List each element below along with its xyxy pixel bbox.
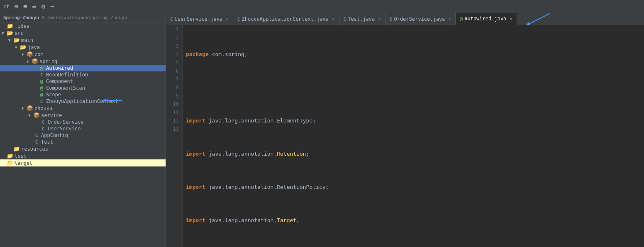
folder-open-icon: 📂 [7, 30, 13, 36]
tree-idea[interactable]: 📁 .idea [0, 22, 166, 29]
tree-target[interactable]: 📁 target [0, 159, 166, 166]
tree-item-label: Autowired [46, 65, 73, 71]
arrow-icon: ▼ [28, 113, 33, 117]
tab-label: UserService.java [175, 16, 223, 22]
folder-icon: 📁 [7, 160, 13, 166]
tree-item-label: OrderService [48, 119, 84, 125]
line-num: 4 [169, 50, 179, 59]
svg-line-3 [529, 13, 550, 24]
tree-com[interactable]: ▼ 📦 com [0, 51, 166, 58]
tab-label: Autowired.java [464, 16, 506, 22]
toolbar-project-label: ct [3, 4, 9, 10]
editor-panel: C UserService.java × C ZhouyuApplication… [166, 13, 644, 247]
tab-close-userservice[interactable]: × [226, 17, 229, 22]
tab-zhouyuappctx[interactable]: C ZhouyuApplicationContext.java × [233, 13, 339, 25]
code-content[interactable]: package com.spring; import java.lang.ann… [183, 25, 644, 247]
main-area: Spring-Zhouyu D:\work\workspace\Spring-Z… [0, 13, 644, 247]
line-num: 2 [169, 34, 179, 42]
tree-test[interactable]: 📁 test [0, 152, 166, 159]
line-num: 3 [169, 42, 179, 50]
line-num: 1 [169, 25, 179, 34]
line-num: 6 [169, 67, 179, 75]
class-icon: C [40, 126, 46, 132]
tree-item-label: Scope [46, 92, 61, 98]
tree-item-label: spring [39, 59, 57, 64]
code-editor[interactable]: 1 2 3 4 5 6 7 8 9 10 11 12 13 package co… [166, 25, 644, 247]
toolbar-icon-navigate[interactable]: ⊕ [14, 2, 18, 10]
tree-zhouyuappctx[interactable]: C ZhouyuApplicationContext [0, 98, 166, 105]
tree-item-label: test [15, 153, 27, 159]
line-num: 8 [169, 83, 179, 92]
tree-src[interactable]: ▼ 📂 src [0, 29, 166, 37]
class-icon: C [38, 99, 45, 104]
tree-componentscan[interactable]: @ ComponentScan [0, 85, 166, 91]
toolbar-icon-settings[interactable]: ⚙ [41, 2, 45, 10]
tab-arrow-area [517, 13, 644, 25]
tree-main[interactable]: ▼ 📂 main [0, 37, 166, 44]
tree-item-label: main [21, 37, 33, 43]
folder-icon: 📁 [7, 153, 13, 159]
code-line-5: import java.lang.annotation.RetentionPol… [186, 183, 641, 191]
folder-icon: 📁 [7, 23, 13, 29]
tab-close-orderservice[interactable]: × [448, 17, 451, 22]
tab-close-test[interactable]: × [378, 17, 381, 22]
arrow-icon: ▼ [8, 38, 13, 42]
tree-component[interactable]: @ Component [0, 78, 166, 85]
project-name: Spring-Zhouyu [3, 15, 39, 20]
tree-item-label: AppConfig [41, 132, 68, 138]
tree-item-label: Test [41, 139, 53, 145]
tree-orderservice[interactable]: C OrderService [0, 119, 166, 125]
tree-zhouyu[interactable]: ▼ 📦 zhouyu [0, 105, 166, 112]
arrow-icon: ▼ [15, 45, 20, 49]
line-num: 7 [169, 75, 179, 83]
project-path: D:\work\workspace\Spring-Zhouyu [42, 15, 127, 20]
tree-service[interactable]: ▼ 📦 service [0, 112, 166, 119]
annotation-icon: @ [38, 92, 45, 98]
code-line-1: package com.spring; [186, 50, 641, 59]
tab-label: Test.java [348, 16, 375, 22]
class-icon: C [38, 72, 45, 78]
tree-beandefinition[interactable]: C BeanDefinition [0, 71, 166, 78]
tab-userservice[interactable]: C UserService.java × [166, 13, 233, 25]
arrow-icon: ▼ [2, 31, 7, 35]
tree-spring[interactable]: ▼ 📦 spring [0, 58, 166, 65]
tab-close-autowired[interactable]: × [510, 16, 512, 22]
tab-orderservice[interactable]: C OrderService.java × [385, 13, 456, 25]
tree-java[interactable]: ▼ 📂 java [0, 44, 166, 51]
tab-label: ZhouyuApplicationContext.java [242, 16, 329, 22]
toolbar-icon-minimize[interactable]: − [50, 2, 54, 10]
annotation-icon: @ [38, 78, 45, 84]
sidebar-header: Spring-Zhouyu D:\work\workspace\Spring-Z… [0, 13, 166, 22]
toolbar-icon-align[interactable]: ≡ [23, 2, 27, 10]
tree-item-label: ComponentScan [46, 85, 85, 91]
class-icon: C [40, 120, 46, 125]
line-num: 9 [169, 92, 179, 100]
tree-autowired[interactable]: @ Autowired [0, 65, 166, 71]
package-icon: 📦 [27, 105, 33, 111]
tab-close-zhouyuappctx[interactable]: × [332, 17, 335, 22]
tree-item-label: target [15, 160, 32, 166]
tree-item-label: zhouyu [34, 105, 52, 111]
line-num: 12 [169, 117, 179, 125]
tree-item-label: java [28, 44, 40, 50]
line-num: 5 [169, 59, 179, 67]
code-line-2 [186, 83, 641, 92]
line-num: 10 [169, 100, 179, 108]
tree-test-class[interactable]: C Test [0, 139, 166, 145]
tree-item-label: com [34, 51, 44, 57]
tree-resources[interactable]: 📁 resources [0, 145, 166, 152]
toolbar-icon-align2[interactable]: ⇌ [32, 2, 37, 10]
arrow-icon: ▼ [22, 52, 27, 56]
tree-userservice[interactable]: C UserService [0, 125, 166, 132]
tab-test[interactable]: C Test.java × [339, 13, 385, 25]
tab-arrow [525, 13, 559, 25]
tab-bar: C UserService.java × C ZhouyuApplication… [166, 13, 644, 25]
tree-item-label: resources [21, 146, 48, 152]
package-icon: 📦 [33, 112, 40, 118]
folder-open-icon: 📂 [13, 37, 20, 43]
tab-autowired[interactable]: @ Autowired.java × [456, 13, 517, 25]
class-icon: C [33, 139, 40, 145]
tree-appconfig[interactable]: C AppConfig [0, 132, 166, 139]
tree-scope[interactable]: @ Scope [0, 91, 166, 98]
class-icon: C [33, 133, 40, 138]
